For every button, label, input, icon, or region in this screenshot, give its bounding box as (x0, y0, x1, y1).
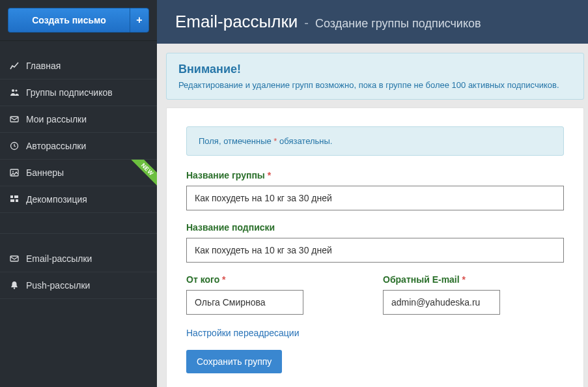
alert-attention: Внимание! Редактирование и удаление груп… (166, 53, 584, 100)
page-title: Email-рассылки (175, 12, 298, 32)
sidebar-link[interactable]: Email-рассылки (0, 246, 157, 272)
svg-point-5 (12, 171, 14, 173)
image-icon (9, 168, 20, 177)
reply-email-input[interactable] (383, 290, 500, 315)
sidebar-item-label: Email-рассылки (26, 253, 92, 264)
sidebar-link[interactable]: Декомпозиция (0, 186, 157, 212)
group-name-input[interactable] (186, 186, 564, 210)
sidebar-item-label: Push-рассылки (26, 280, 90, 291)
sidebar-item-decomposition: Декомпозиция (0, 186, 157, 213)
field-subscription-name: Название подписки (186, 222, 564, 263)
sidebar-link[interactable]: Мои рассылки (0, 106, 157, 132)
main: Email-рассылки - Создание группы подписч… (157, 0, 588, 387)
group-name-label: Название группы * (186, 170, 564, 180)
subscription-name-input[interactable] (186, 238, 564, 263)
envelope-icon (9, 115, 20, 124)
svg-rect-6 (10, 195, 13, 198)
field-from: От кого * (186, 274, 367, 315)
save-group-button[interactable]: Сохранить группу (186, 350, 282, 373)
clock-icon (9, 141, 20, 150)
star-icon: * (462, 274, 466, 285)
titlebar: Email-рассылки - Создание группы подписч… (157, 0, 588, 44)
star-icon: * (268, 170, 271, 180)
field-reply: Обратный E-mail * (383, 274, 564, 315)
sidebar-item-banners: Баннеры NEW (0, 160, 157, 186)
sidebar-item-email: Email-рассылки (0, 246, 157, 272)
sidebar-item-main: Главная (0, 53, 157, 79)
required-note: Поля, отмеченные * обязательны. (186, 126, 564, 156)
sidebar-top: Создать письмо + (0, 0, 157, 41)
star-icon: * (222, 274, 225, 285)
compose-add-button[interactable]: + (130, 8, 149, 33)
sidebar-link[interactable]: Главная (0, 53, 157, 79)
row-from-reply: От кого * Обратный E-mail * (186, 274, 564, 326)
nav: Главная Группы подписчиков Мои рассылки (0, 53, 157, 213)
plus-icon: + (136, 14, 142, 26)
svg-rect-10 (10, 256, 18, 261)
svg-rect-9 (16, 199, 18, 202)
svg-point-1 (15, 89, 17, 91)
field-group-name: Название группы * (186, 170, 564, 210)
redirect-settings-link[interactable]: Настройки переадресации (186, 328, 299, 338)
users-icon (9, 88, 20, 97)
page-subtitle: Создание группы подписчиков (315, 17, 481, 31)
sidebar-item-label: Главная (26, 61, 61, 71)
svg-rect-7 (14, 195, 18, 198)
nav-secondary: Email-рассылки Push-рассылки (0, 246, 157, 299)
envelope-icon (9, 254, 20, 263)
from-input[interactable] (186, 290, 303, 315)
sidebar-link[interactable]: Авторассылки (0, 133, 157, 159)
sidebar-item-auto: Авторассылки (0, 133, 157, 160)
bell-icon (9, 281, 20, 290)
from-label: От кого * (186, 274, 367, 285)
alert-title: Внимание! (178, 63, 572, 76)
compose-button[interactable]: Создать письмо (8, 8, 130, 33)
sidebar-link[interactable]: Push-рассылки (0, 272, 157, 298)
sidebar-link[interactable]: Баннеры (0, 160, 157, 186)
nav-spacer (0, 213, 157, 234)
sidebar: Создать письмо + Главная (0, 0, 157, 387)
sidebar-item-my-mailings: Мои рассылки (0, 106, 157, 133)
sidebar-item-label: Авторассылки (26, 141, 86, 151)
compose-wrap: Создать письмо + (8, 8, 149, 33)
svg-point-11 (14, 287, 15, 289)
content: Внимание! Редактирование и удаление груп… (157, 44, 588, 387)
sidebar-link[interactable]: Группы подписчиков (0, 79, 157, 106)
svg-rect-2 (10, 117, 18, 122)
grid-icon (9, 195, 20, 204)
sidebar-item-label: Декомпозиция (26, 194, 87, 205)
sidebar-item-groups: Группы подписчиков (0, 79, 157, 106)
reply-label: Обратный E-mail * (383, 274, 564, 285)
sidebar-item-label: Баннеры (26, 167, 64, 178)
sidebar-item-push: Push-рассылки (0, 272, 157, 299)
title-sep: - (304, 16, 309, 31)
svg-point-0 (12, 89, 14, 92)
chart-icon (9, 61, 20, 70)
sidebar-item-label: Мои рассылки (26, 114, 87, 124)
form-panel: Поля, отмеченные * обязательны. Название… (166, 108, 584, 387)
alert-text: Редактирование и удаление групп возможно… (178, 80, 572, 90)
subscription-name-label: Название подписки (186, 222, 564, 233)
sidebar-item-label: Группы подписчиков (26, 87, 113, 98)
svg-rect-8 (10, 199, 14, 202)
